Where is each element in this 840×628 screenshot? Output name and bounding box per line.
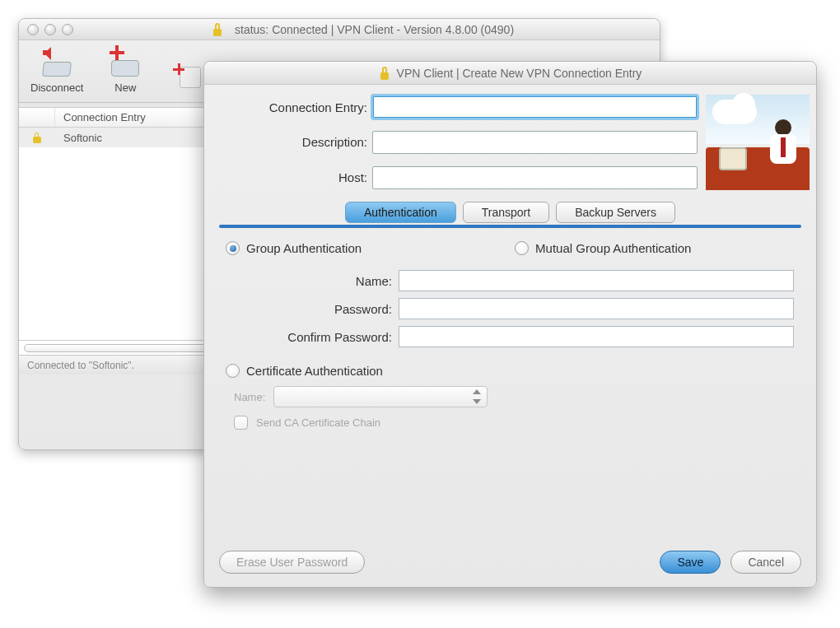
tab-transport[interactable]: Transport — [463, 202, 549, 223]
create-connection-dialog: VPN Client | Create New VPN Connection E… — [203, 61, 817, 588]
cert-auth-label: Certificate Authentication — [246, 364, 383, 378]
group-auth-label: Group Authentication — [246, 241, 362, 255]
connection-entry-label: Connection Entry: — [219, 100, 372, 114]
auth-password-input[interactable] — [399, 298, 794, 319]
lock-icon — [379, 67, 390, 80]
dialog-titlebar: VPN Client | Create New VPN Connection E… — [204, 62, 816, 85]
host-input[interactable] — [372, 166, 698, 189]
description-input[interactable] — [372, 131, 698, 154]
list-item-label: Softonic — [55, 132, 102, 144]
erase-password-button[interactable]: Erase User Password — [219, 551, 365, 574]
radio-icon — [226, 241, 240, 255]
new-icon — [106, 47, 144, 77]
send-ca-label: Send CA Certificate Chain — [256, 416, 380, 429]
window-title: status: Connected | VPN Client - Version… — [235, 23, 514, 36]
auth-panel: Group Authentication Mutual Group Authen… — [219, 228, 801, 436]
import-button[interactable] — [167, 61, 208, 94]
description-label: Description: — [219, 135, 372, 149]
host-label: Host: — [219, 170, 372, 184]
stepper-icon — [470, 389, 483, 404]
connection-entry-input[interactable] — [372, 95, 698, 119]
cert-name-combo[interactable] — [273, 386, 488, 407]
cert-name-label: Name: — [234, 391, 265, 403]
save-button[interactable]: Save — [660, 551, 721, 574]
cloud-icon — [712, 100, 757, 124]
illustration — [698, 95, 810, 190]
disconnect-icon — [38, 47, 76, 77]
lock-icon — [212, 23, 223, 36]
titlebar: status: Connected | VPN Client - Version… — [19, 19, 660, 40]
tab-authentication[interactable]: Authentication — [345, 202, 456, 223]
col-connection-entry[interactable]: Connection Entry — [55, 111, 146, 123]
disconnect-button[interactable]: Disconnect — [30, 45, 83, 94]
minimize-traffic-light[interactable] — [44, 24, 56, 35]
radio-icon — [226, 364, 240, 378]
tabs: Authentication Transport Backup Servers — [219, 202, 801, 223]
person-icon — [767, 119, 805, 169]
auth-name-label: Name: — [226, 274, 399, 288]
auth-name-input[interactable] — [399, 270, 794, 291]
group-auth-radio[interactable]: Group Authentication — [226, 241, 362, 255]
new-button[interactable]: New — [105, 45, 146, 94]
computer-icon — [719, 147, 747, 170]
new-label: New — [114, 81, 136, 94]
dialog-title: VPN Client | Create New VPN Connection E… — [397, 67, 642, 80]
traffic-lights — [27, 24, 73, 35]
auth-confirm-input[interactable] — [399, 326, 794, 347]
tab-backup-servers[interactable]: Backup Servers — [556, 202, 675, 223]
send-ca-checkbox[interactable] — [234, 416, 248, 430]
lock-icon — [32, 133, 42, 143]
cancel-button[interactable]: Cancel — [730, 551, 801, 574]
auth-password-label: Password: — [226, 302, 399, 316]
disconnect-label: Disconnect — [30, 81, 83, 94]
auth-confirm-label: Confirm Password: — [226, 330, 399, 344]
zoom-traffic-light[interactable] — [62, 24, 73, 35]
mutual-auth-label: Mutual Group Authentication — [535, 241, 691, 255]
status-text: Connected to "Softonic". — [27, 360, 134, 371]
import-icon — [171, 63, 204, 91]
mutual-auth-radio[interactable]: Mutual Group Authentication — [515, 241, 691, 255]
cert-auth-radio[interactable]: Certificate Authentication — [226, 364, 795, 378]
close-traffic-light[interactable] — [27, 24, 39, 35]
dialog-button-row: Erase User Password Save Cancel — [219, 542, 801, 574]
radio-icon — [515, 241, 529, 255]
